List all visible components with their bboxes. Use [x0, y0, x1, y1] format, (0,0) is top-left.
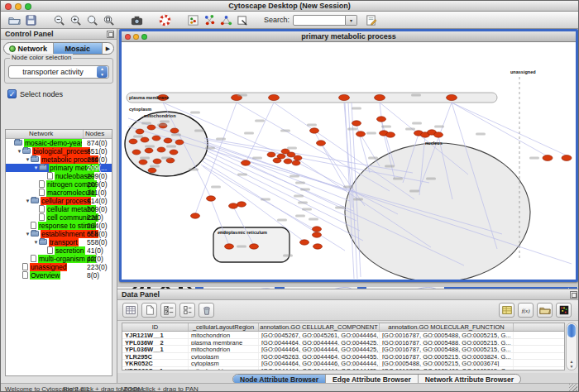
tree-expander-icon[interactable]: ▼ — [33, 240, 39, 245]
tree-item-unassigned[interactable]: unassigned223(0) — [6, 263, 112, 271]
tabs-overflow-arrow[interactable]: ▶ — [103, 43, 113, 54]
cell-cc: [GO:0044464, GO:0044444, GO:0044425, G..… — [259, 339, 380, 346]
tree-item-cellular-metabo[interactable]: cellular metabo209(0) — [6, 205, 112, 213]
cell-cc: [GO:0045267, GO:0045261, GO:0044464, G..… — [259, 332, 380, 338]
float-data-panel-icon[interactable] — [570, 291, 577, 299]
save-icon[interactable] — [22, 12, 39, 27]
tree-column-network[interactable]: Network — [6, 130, 84, 138]
select-nodes-checkbox[interactable]: ✓ — [7, 89, 17, 98]
network-view-window[interactable]: primary metabolic process plasma membran… — [119, 29, 578, 282]
tab-network[interactable]: Network — [4, 43, 54, 54]
node-color-combobox[interactable]: transporter activity ▲▼ — [8, 65, 109, 79]
tree-item-node-count: 614(0) — [87, 197, 112, 205]
import-attributes-icon[interactable] — [537, 303, 553, 318]
layout-nodes-icon[interactable] — [201, 12, 218, 27]
data-panel-toolbar: f(x) — [117, 300, 579, 321]
column-header-reg[interactable]: _cellularLayoutRegion — [189, 323, 259, 331]
zoom-out-icon[interactable] — [50, 12, 67, 27]
tree-expander-icon[interactable]: ▼ — [25, 232, 31, 237]
tree-item-macromolecule[interactable]: macromolecule311(0) — [6, 189, 112, 197]
data-panel: Data Panel f(x) ID_cellularLayoutRegiona… — [117, 289, 579, 373]
tree-item-cellular-process[interactable]: ▼cellular process614(0) — [6, 197, 112, 205]
close-network-window-button[interactable] — [125, 34, 131, 40]
search-dropdown-button[interactable]: ▾ — [346, 15, 357, 26]
tree-column-nodes[interactable]: Nodes — [84, 130, 112, 138]
tree-expander-icon[interactable]: ▼ — [33, 165, 39, 170]
delete-attribute-icon[interactable] — [199, 303, 214, 318]
table-row[interactable]: YDR039C__1mitochondrion[GO:0044464, GO:0… — [122, 367, 564, 371]
network-canvas[interactable]: plasma membranecytoplasmmitochondrionnuc… — [122, 42, 576, 280]
column-header-id[interactable]: ID — [122, 323, 189, 331]
float-panel-icon[interactable] — [107, 31, 114, 38]
tree-item-metabolic-process[interactable]: ▼metabolic process280(0) — [6, 155, 112, 164]
svg-text:cytoplasm: cytoplasm — [129, 107, 151, 112]
search-edit-icon[interactable] — [362, 12, 379, 27]
window-controls — [5, 3, 31, 10]
tree-expander-icon[interactable]: ▼ — [25, 198, 31, 203]
tree-item-mosaic-demo-yeast[interactable]: mosaic-demo-yeast874(0) — [6, 139, 112, 147]
tree-expander-icon[interactable]: ▼ — [17, 149, 22, 154]
file-icon — [31, 222, 36, 231]
background-windows-strip — [117, 282, 579, 289]
function-builder-icon[interactable]: f(x) — [518, 303, 534, 318]
minimize-window-button[interactable] — [15, 3, 22, 10]
column-header-mf[interactable]: annotation.GO MOLECULAR_FUNCTION — [380, 323, 514, 331]
tree-item-response-to-stimulu[interactable]: response to stimulu264(0) — [6, 222, 112, 230]
tree-item-biological-process[interactable]: ▼biological_process651(0) — [6, 147, 112, 155]
new-attribute-icon[interactable] — [141, 303, 157, 318]
table-scrollbar-arrows[interactable]: ▲▼ — [567, 359, 577, 369]
help-ring-icon[interactable] — [156, 12, 173, 27]
table-mode-icon[interactable] — [122, 303, 138, 318]
tree-item-node-count: 209(... — [87, 164, 112, 172]
table-row[interactable]: YPL036W__1mitochondrion[GO:0044464, GO:0… — [122, 346, 564, 353]
svg-text:endoplasmic reticulum: endoplasmic reticulum — [218, 230, 267, 235]
tree-item-establishment-of-lo[interactable]: ▼establishment of lo558(0) — [6, 230, 112, 238]
cell-mf: [GO:0005488, GO:0005215, GO:0003674] — [380, 360, 514, 366]
file-icon — [47, 246, 53, 256]
tree-item-primary-metabo[interactable]: ▼primary metabo209(... — [6, 164, 112, 172]
attribute-table[interactable]: ID_cellularLayoutRegionannotation.GO CEL… — [122, 323, 565, 370]
tree-item-multi-organism-pro[interactable]: multi-organism pro42(0) — [6, 255, 112, 263]
tree-item-secretion[interactable]: secretion41(0) — [6, 246, 112, 255]
snapshot-icon[interactable] — [128, 12, 145, 27]
minimize-network-window-button[interactable] — [133, 34, 139, 40]
open-file-icon[interactable] — [6, 12, 22, 27]
cell-cc: [GO:0044464, GO:0044444, GO:0044425, G..… — [259, 346, 380, 352]
unselect-attributes-icon[interactable] — [179, 303, 195, 318]
svg-text:nucleus: nucleus — [425, 141, 443, 146]
close-window-button[interactable] — [5, 3, 12, 10]
zoom-in-icon[interactable] — [67, 12, 84, 27]
matrix-view-icon[interactable] — [556, 303, 572, 318]
network-graph-svg[interactable]: plasma membranecytoplasmmitochondrionnuc… — [122, 42, 576, 280]
select-nodes-label: Select nodes — [20, 90, 63, 98]
column-header-cc[interactable]: annotation.GO CELLULAR_COMPONENT — [259, 323, 380, 331]
network-overview-icon[interactable] — [184, 12, 201, 27]
tree-item-overview[interactable]: Overview8(0) — [6, 271, 112, 280]
search-input[interactable] — [293, 15, 346, 26]
layout-edges-icon[interactable] — [218, 12, 234, 27]
zoom-network-window-button[interactable] — [141, 34, 147, 40]
table-row[interactable]: YJR121W__1mitochondrion[GO:0045267, GO:0… — [122, 332, 564, 339]
toolbar-icons — [6, 12, 251, 27]
resize-grip[interactable] — [569, 384, 577, 392]
tree-item-cell-communicat[interactable]: cell communicat22(0) — [6, 213, 112, 222]
tree-item-transport[interactable]: ▼transport558(0) — [6, 238, 112, 246]
table-scrollbar-thumb[interactable] — [567, 324, 576, 337]
zoom-fit-icon[interactable] — [84, 12, 100, 27]
zoom-window-button[interactable] — [25, 3, 31, 10]
tree-item-nitrogen-compo[interactable]: nitrogen compo209(0) — [6, 180, 112, 189]
network-window-titlebar[interactable]: primary metabolic process — [122, 31, 576, 42]
table-scrollbar[interactable]: ▲▼ — [566, 323, 577, 370]
app-titlebar: Cytoscape Desktop (New Session) — [1, 1, 578, 12]
table-row[interactable]: YKR052Ccytoplasm[GO:0044464, GO:0044446,… — [122, 360, 564, 367]
zoom-selected-icon[interactable] — [100, 12, 117, 27]
annotation-export-icon[interactable] — [234, 12, 251, 27]
table-row[interactable]: YPL036W__2plasma membrane[GO:0044464, GO… — [122, 339, 564, 347]
tab-mosaic[interactable]: Mosaic — [54, 43, 103, 54]
select-attributes-icon[interactable] — [160, 303, 176, 318]
tree-item-label: cellular process — [41, 197, 91, 205]
attribute-editor-icon[interactable] — [499, 303, 514, 318]
tree-item-nucleobase-[interactable]: nucleobase-209(0) — [6, 172, 112, 180]
table-row[interactable]: YLR295Ccytoplasm[GO:0045263, GO:0044464,… — [122, 353, 564, 361]
tree-expander-icon[interactable]: ▼ — [25, 157, 31, 162]
